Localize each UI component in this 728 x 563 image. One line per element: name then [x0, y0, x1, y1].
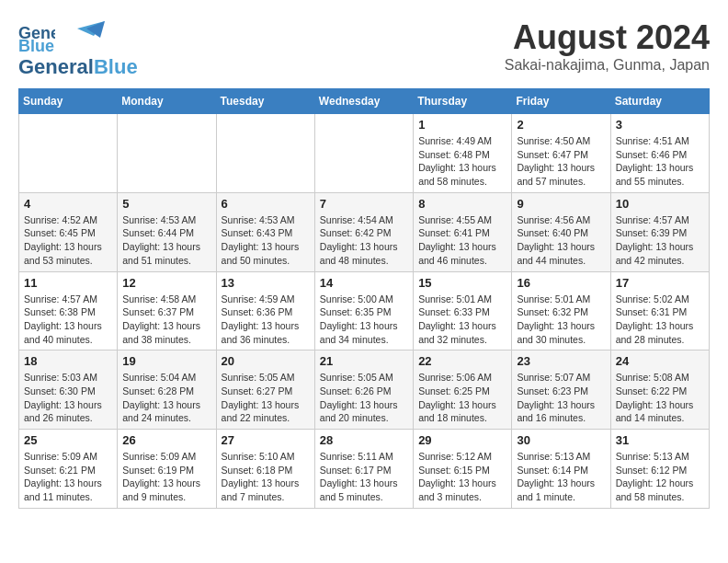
calendar-cell: 23Sunrise: 5:07 AM Sunset: 6:23 PM Dayli…	[512, 350, 610, 430]
day-number: 7	[320, 197, 408, 211]
day-info: Sunrise: 5:07 AM Sunset: 6:23 PM Dayligh…	[517, 371, 605, 425]
day-number: 3	[616, 118, 704, 132]
calendar-cell: 14Sunrise: 5:00 AM Sunset: 6:35 PM Dayli…	[314, 271, 413, 350]
day-number: 18	[24, 354, 112, 368]
day-number: 4	[24, 197, 112, 211]
calendar-cell: 7Sunrise: 4:54 AM Sunset: 6:42 PM Daylig…	[314, 192, 413, 271]
calendar-cell: 29Sunrise: 5:12 AM Sunset: 6:15 PM Dayli…	[414, 430, 512, 509]
day-info: Sunrise: 5:06 AM Sunset: 6:25 PM Dayligh…	[418, 371, 506, 425]
calendar-week-row: 11Sunrise: 4:57 AM Sunset: 6:38 PM Dayli…	[19, 271, 710, 350]
calendar-table: SundayMondayTuesdayWednesdayThursdayFrid…	[18, 88, 710, 509]
calendar-week-row: 18Sunrise: 5:03 AM Sunset: 6:30 PM Dayli…	[19, 350, 710, 430]
calendar-cell: 20Sunrise: 5:05 AM Sunset: 6:27 PM Dayli…	[216, 350, 314, 430]
day-number: 19	[122, 354, 210, 368]
day-of-week-header: Sunday	[19, 89, 118, 114]
calendar-cell: 2Sunrise: 4:50 AM Sunset: 6:47 PM Daylig…	[512, 114, 610, 193]
day-number: 24	[616, 354, 704, 368]
day-info: Sunrise: 5:10 AM Sunset: 6:18 PM Dayligh…	[222, 450, 310, 504]
svg-text:Blue: Blue	[18, 37, 54, 55]
day-info: Sunrise: 5:09 AM Sunset: 6:21 PM Dayligh…	[24, 450, 112, 504]
day-info: Sunrise: 4:59 AM Sunset: 6:36 PM Dayligh…	[222, 293, 310, 347]
calendar-cell: 3Sunrise: 4:51 AM Sunset: 6:46 PM Daylig…	[610, 114, 709, 193]
calendar-cell: 28Sunrise: 5:11 AM Sunset: 6:17 PM Dayli…	[314, 430, 413, 509]
day-number: 20	[222, 354, 310, 368]
calendar-cell: 16Sunrise: 5:01 AM Sunset: 6:32 PM Dayli…	[512, 271, 610, 350]
day-number: 14	[320, 276, 408, 290]
day-info: Sunrise: 5:02 AM Sunset: 6:31 PM Dayligh…	[616, 293, 704, 347]
calendar-cell: 13Sunrise: 4:59 AM Sunset: 6:36 PM Dayli…	[216, 271, 314, 350]
day-number: 30	[517, 433, 605, 447]
calendar-week-row: 4Sunrise: 4:52 AM Sunset: 6:45 PM Daylig…	[19, 192, 710, 271]
day-number: 27	[222, 433, 310, 447]
calendar-cell: 8Sunrise: 4:55 AM Sunset: 6:41 PM Daylig…	[414, 192, 512, 271]
day-info: Sunrise: 4:58 AM Sunset: 6:37 PM Dayligh…	[122, 293, 210, 347]
calendar-cell: 25Sunrise: 5:09 AM Sunset: 6:21 PM Dayli…	[19, 430, 118, 509]
day-info: Sunrise: 4:57 AM Sunset: 6:39 PM Dayligh…	[616, 213, 704, 268]
day-info: Sunrise: 5:13 AM Sunset: 6:14 PM Dayligh…	[517, 450, 605, 504]
day-info: Sunrise: 4:53 AM Sunset: 6:43 PM Dayligh…	[222, 213, 310, 268]
day-number: 23	[517, 354, 605, 368]
calendar-cell: 10Sunrise: 4:57 AM Sunset: 6:39 PM Dayli…	[610, 192, 709, 271]
day-number: 5	[122, 197, 210, 211]
calendar-cell: 1Sunrise: 4:49 AM Sunset: 6:48 PM Daylig…	[414, 114, 512, 193]
calendar-cell: 19Sunrise: 5:04 AM Sunset: 6:28 PM Dayli…	[118, 350, 216, 430]
month-title: August 2024	[505, 18, 710, 57]
logo-icon: General Blue	[18, 18, 55, 55]
calendar-header-row: SundayMondayTuesdayWednesdayThursdayFrid…	[19, 89, 710, 114]
calendar-cell	[216, 114, 314, 193]
day-of-week-header: Monday	[118, 89, 216, 114]
day-info: Sunrise: 4:49 AM Sunset: 6:48 PM Dayligh…	[418, 134, 506, 189]
location-text: Sakai-nakajima, Gunma, Japan	[505, 57, 710, 74]
day-info: Sunrise: 5:00 AM Sunset: 6:35 PM Dayligh…	[320, 293, 408, 347]
day-info: Sunrise: 5:01 AM Sunset: 6:32 PM Dayligh…	[517, 293, 605, 347]
calendar-cell	[314, 114, 413, 193]
day-info: Sunrise: 5:03 AM Sunset: 6:30 PM Dayligh…	[24, 371, 112, 425]
day-number: 10	[616, 197, 704, 211]
day-of-week-header: Tuesday	[216, 89, 314, 114]
calendar-cell: 4Sunrise: 4:52 AM Sunset: 6:45 PM Daylig…	[19, 192, 118, 271]
day-info: Sunrise: 5:01 AM Sunset: 6:33 PM Dayligh…	[418, 293, 506, 347]
calendar-cell: 5Sunrise: 4:53 AM Sunset: 6:44 PM Daylig…	[118, 192, 216, 271]
calendar-cell: 31Sunrise: 5:13 AM Sunset: 6:12 PM Dayli…	[610, 430, 709, 509]
day-info: Sunrise: 4:56 AM Sunset: 6:40 PM Dayligh…	[517, 213, 605, 268]
day-info: Sunrise: 4:50 AM Sunset: 6:47 PM Dayligh…	[517, 134, 605, 189]
calendar-cell: 6Sunrise: 4:53 AM Sunset: 6:43 PM Daylig…	[216, 192, 314, 271]
calendar-week-row: 1Sunrise: 4:49 AM Sunset: 6:48 PM Daylig…	[19, 114, 710, 193]
calendar-cell: 18Sunrise: 5:03 AM Sunset: 6:30 PM Dayli…	[19, 350, 118, 430]
day-number: 11	[24, 276, 112, 290]
day-info: Sunrise: 5:12 AM Sunset: 6:15 PM Dayligh…	[418, 450, 506, 504]
calendar-cell: 11Sunrise: 4:57 AM Sunset: 6:38 PM Dayli…	[19, 271, 118, 350]
day-of-week-header: Friday	[512, 89, 610, 114]
day-info: Sunrise: 5:08 AM Sunset: 6:22 PM Dayligh…	[616, 371, 704, 425]
calendar-cell: 9Sunrise: 4:56 AM Sunset: 6:40 PM Daylig…	[512, 192, 610, 271]
title-block: August 2024 Sakai-nakajima, Gunma, Japan	[505, 18, 710, 74]
calendar-week-row: 25Sunrise: 5:09 AM Sunset: 6:21 PM Dayli…	[19, 430, 710, 509]
day-number: 21	[320, 354, 408, 368]
day-number: 17	[616, 276, 704, 290]
day-number: 16	[517, 276, 605, 290]
day-number: 28	[320, 433, 408, 447]
calendar-cell: 15Sunrise: 5:01 AM Sunset: 6:33 PM Dayli…	[414, 271, 512, 350]
day-number: 9	[517, 197, 605, 211]
day-number: 31	[616, 433, 704, 447]
day-info: Sunrise: 4:57 AM Sunset: 6:38 PM Dayligh…	[24, 293, 112, 347]
day-number: 15	[418, 276, 506, 290]
calendar-cell	[19, 114, 118, 193]
day-number: 8	[418, 197, 506, 211]
calendar-cell: 21Sunrise: 5:05 AM Sunset: 6:26 PM Dayli…	[314, 350, 413, 430]
day-info: Sunrise: 5:13 AM Sunset: 6:12 PM Dayligh…	[616, 450, 704, 504]
day-info: Sunrise: 4:51 AM Sunset: 6:46 PM Dayligh…	[616, 134, 704, 189]
calendar-cell: 24Sunrise: 5:08 AM Sunset: 6:22 PM Dayli…	[610, 350, 709, 430]
calendar-cell: 26Sunrise: 5:09 AM Sunset: 6:19 PM Dayli…	[118, 430, 216, 509]
day-of-week-header: Wednesday	[314, 89, 413, 114]
day-info: Sunrise: 4:52 AM Sunset: 6:45 PM Dayligh…	[24, 213, 112, 268]
calendar-cell: 30Sunrise: 5:13 AM Sunset: 6:14 PM Dayli…	[512, 430, 610, 509]
logo-general-text: General	[18, 55, 94, 79]
calendar-cell: 27Sunrise: 5:10 AM Sunset: 6:18 PM Dayli…	[216, 430, 314, 509]
day-info: Sunrise: 4:55 AM Sunset: 6:41 PM Dayligh…	[418, 213, 506, 268]
day-info: Sunrise: 5:05 AM Sunset: 6:26 PM Dayligh…	[320, 371, 408, 425]
day-number: 1	[418, 118, 506, 132]
day-number: 25	[24, 433, 112, 447]
day-info: Sunrise: 4:54 AM Sunset: 6:42 PM Dayligh…	[320, 213, 408, 268]
day-number: 22	[418, 354, 506, 368]
